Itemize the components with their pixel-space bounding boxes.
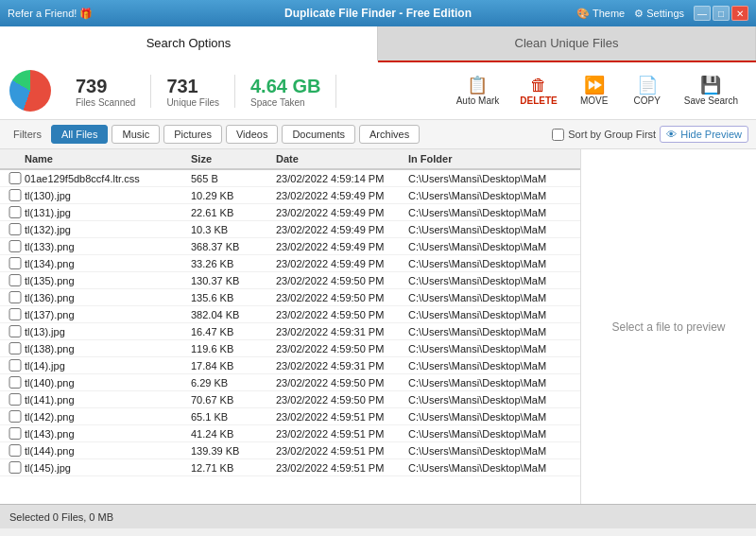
- row-checkbox[interactable]: [6, 325, 25, 337]
- settings-button[interactable]: ⚙ Settings: [634, 8, 684, 20]
- file-name: tl(140).png: [25, 377, 191, 389]
- file-date: 23/02/2022 4:59:51 PM: [276, 445, 408, 457]
- file-name: tl(134).png: [25, 258, 191, 269]
- table-row[interactable]: 01ae129f5db8ccf4.ltr.css 565 B 23/02/202…: [0, 170, 580, 187]
- row-checkbox[interactable]: [6, 240, 25, 252]
- file-date: 23/02/2022 4:59:50 PM: [276, 309, 408, 320]
- row-checkbox[interactable]: [6, 410, 25, 423]
- table-row[interactable]: tl(136).png 135.6 KB 23/02/2022 4:59:50 …: [0, 289, 580, 306]
- file-folder: C:\Users\Mansi\Desktop\MaM: [408, 173, 575, 184]
- file-list: Name Size Date In Folder 01ae129f5db8ccf…: [0, 149, 581, 504]
- sort-checkbox-input[interactable]: [552, 129, 564, 141]
- filter-archives[interactable]: Archives: [359, 125, 420, 144]
- row-checkbox[interactable]: [6, 427, 25, 440]
- file-size: 41.24 KB: [191, 428, 276, 440]
- table-row[interactable]: tl(142).png 65.1 KB 23/02/2022 4:59:51 P…: [0, 408, 580, 425]
- file-folder: C:\Users\Mansi\Desktop\MaM: [408, 428, 575, 440]
- file-folder: C:\Users\Mansi\Desktop\MaM: [408, 275, 575, 286]
- file-date: 23/02/2022 4:59:50 PM: [276, 292, 408, 303]
- table-row[interactable]: tl(130).jpg 10.29 KB 23/02/2022 4:59:49 …: [0, 187, 580, 204]
- row-checkbox[interactable]: [6, 291, 25, 303]
- table-row[interactable]: tl(141).png 70.67 KB 23/02/2022 4:59:50 …: [0, 391, 580, 408]
- file-size: 565 B: [191, 173, 276, 184]
- table-row[interactable]: tl(133).png 368.37 KB 23/02/2022 4:59:49…: [0, 238, 580, 255]
- move-button[interactable]: ⏩ MOVE: [570, 72, 619, 111]
- table-row[interactable]: tl(132).jpg 10.3 KB 23/02/2022 4:59:49 P…: [0, 221, 580, 238]
- row-checkbox[interactable]: [6, 308, 25, 320]
- col-size[interactable]: Size: [191, 153, 276, 164]
- row-checkbox[interactable]: [6, 206, 25, 218]
- row-checkbox[interactable]: [6, 223, 25, 235]
- preview-pane: Select a file to preview: [581, 149, 756, 504]
- file-date: 23/02/2022 4:59:51 PM: [276, 462, 408, 474]
- table-row[interactable]: tl(14).jpg 17.84 KB 23/02/2022 4:59:31 P…: [0, 357, 580, 374]
- unique-label: Unique Files: [166, 97, 219, 108]
- save-icon: 💾: [700, 77, 721, 94]
- row-checkbox[interactable]: [6, 172, 25, 184]
- row-checkbox[interactable]: [6, 189, 25, 201]
- table-row[interactable]: tl(13).jpg 16.47 KB 23/02/2022 4:59:31 P…: [0, 323, 580, 340]
- file-date: 23/02/2022 4:59:49 PM: [276, 258, 408, 269]
- close-button[interactable]: ✕: [731, 6, 748, 21]
- file-size: 10.3 KB: [191, 224, 276, 235]
- file-folder: C:\Users\Mansi\Desktop\MaM: [408, 309, 575, 320]
- table-row[interactable]: tl(135).png 130.37 KB 23/02/2022 4:59:50…: [0, 272, 580, 289]
- table-row[interactable]: tl(145).jpg 12.71 KB 23/02/2022 4:59:51 …: [0, 459, 580, 476]
- maximize-button[interactable]: □: [713, 6, 730, 21]
- toolbar-buttons: 📋 Auto Mark 🗑 DELETE ⏩ MOVE 📄 COPY 💾 Sav…: [448, 72, 747, 111]
- filter-all-files[interactable]: All Files: [51, 125, 109, 144]
- table-row[interactable]: tl(140).png 6.29 KB 23/02/2022 4:59:50 P…: [0, 374, 580, 391]
- filter-pictures[interactable]: Pictures: [163, 125, 222, 144]
- table-row[interactable]: tl(131).jpg 22.61 KB 23/02/2022 4:59:49 …: [0, 204, 580, 221]
- table-row[interactable]: tl(144).png 139.39 KB 23/02/2022 4:59:51…: [0, 442, 580, 459]
- main-tabs: Search Options Clean Unique Files: [0, 26, 756, 62]
- table-row[interactable]: tl(134).png 33.26 KB 23/02/2022 4:59:49 …: [0, 255, 580, 272]
- eye-icon: 👁: [666, 129, 677, 140]
- row-checkbox[interactable]: [6, 359, 25, 372]
- filter-videos[interactable]: Videos: [226, 125, 278, 144]
- tab-clean-unique[interactable]: Clean Unique Files: [378, 26, 756, 61]
- file-name: tl(142).png: [25, 411, 191, 423]
- theme-button[interactable]: 🎨 Theme: [576, 8, 625, 20]
- hide-preview-button[interactable]: 👁 Hide Preview: [660, 126, 748, 143]
- sort-by-group-checkbox[interactable]: Sort by Group First: [552, 129, 656, 141]
- table-row[interactable]: tl(137).png 382.04 KB 23/02/2022 4:59:50…: [0, 306, 580, 323]
- file-folder: C:\Users\Mansi\Desktop\MaM: [408, 224, 575, 235]
- table-row[interactable]: tl(138).png 119.6 KB 23/02/2022 4:59:50 …: [0, 340, 580, 357]
- file-name: tl(133).png: [25, 241, 191, 252]
- preview-text: Select a file to preview: [611, 320, 725, 334]
- file-size: 130.37 KB: [191, 275, 276, 286]
- file-size: 70.67 KB: [191, 394, 276, 406]
- filter-music[interactable]: Music: [112, 125, 160, 144]
- scanned-number: 739: [76, 75, 135, 97]
- row-checkbox[interactable]: [6, 393, 25, 406]
- file-name: tl(13).jpg: [25, 326, 191, 337]
- file-date: 23/02/2022 4:59:49 PM: [276, 241, 408, 252]
- minimize-button[interactable]: —: [694, 6, 711, 21]
- auto-mark-button[interactable]: 📋 Auto Mark: [448, 72, 508, 111]
- file-name: tl(14).jpg: [25, 360, 191, 372]
- row-checkbox[interactable]: [6, 342, 25, 354]
- file-name: tl(141).png: [25, 394, 191, 406]
- file-date: 23/02/2022 4:59:50 PM: [276, 275, 408, 286]
- stat-space: 4.64 GB Space Taken: [235, 75, 336, 108]
- row-checkbox[interactable]: [6, 461, 25, 474]
- save-search-button[interactable]: 💾 Save Search: [676, 72, 747, 111]
- file-date: 23/02/2022 4:59:51 PM: [276, 411, 408, 423]
- file-folder: C:\Users\Mansi\Desktop\MaM: [408, 462, 575, 474]
- table-row[interactable]: tl(143).png 41.24 KB 23/02/2022 4:59:51 …: [0, 425, 580, 442]
- pie-chart: [9, 70, 51, 112]
- col-folder[interactable]: In Folder: [408, 153, 575, 164]
- row-checkbox[interactable]: [6, 376, 25, 389]
- col-date[interactable]: Date: [276, 153, 408, 164]
- row-checkbox[interactable]: [6, 274, 25, 286]
- delete-button[interactable]: 🗑 DELETE: [511, 72, 565, 111]
- row-checkbox[interactable]: [6, 257, 25, 269]
- file-size: 22.61 KB: [191, 207, 276, 218]
- filter-documents[interactable]: Documents: [282, 125, 355, 144]
- copy-button[interactable]: 📄 COPY: [623, 72, 672, 111]
- col-name[interactable]: Name: [25, 153, 191, 164]
- row-checkbox[interactable]: [6, 444, 25, 457]
- file-name: tl(144).png: [25, 445, 191, 457]
- tab-search-options[interactable]: Search Options: [0, 26, 378, 62]
